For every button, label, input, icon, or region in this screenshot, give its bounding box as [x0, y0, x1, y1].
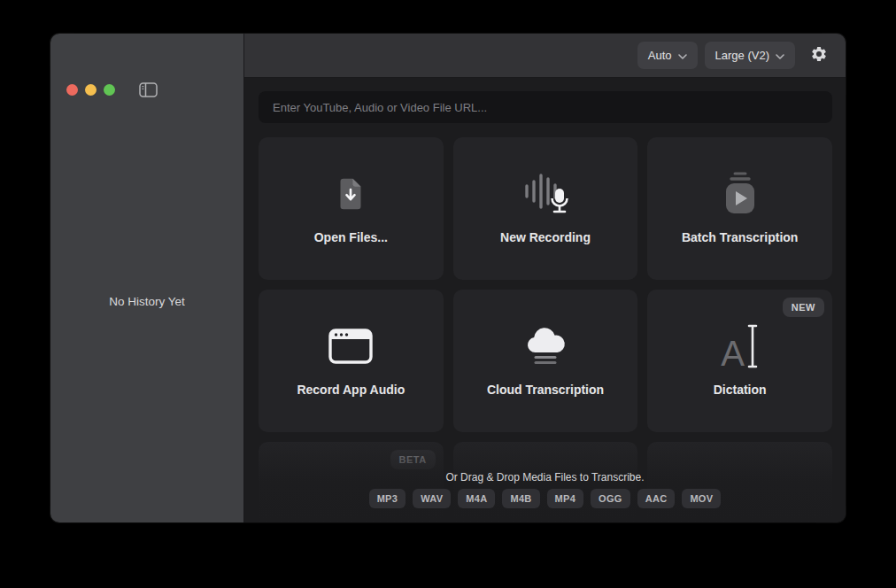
toolbar: Auto Large (V2) [244, 34, 846, 78]
app-window-icon [322, 321, 379, 371]
format-pill: MP3 [369, 489, 406, 508]
format-pill: WAV [413, 489, 451, 508]
toggle-sidebar-button[interactable] [136, 81, 159, 101]
text-cursor-icon: A [712, 321, 769, 371]
action-card-grid: Open Files... [259, 137, 832, 522]
traffic-lights [66, 84, 115, 96]
dictation-card[interactable]: NEW A Dictation [647, 290, 832, 432]
app-window: No History Yet Auto Large (V2) [50, 34, 846, 522]
card-label: Batch Transcription [682, 230, 798, 244]
open-files-card[interactable]: Open Files... [259, 137, 444, 280]
format-pill: OGG [591, 489, 630, 508]
chevron-down-icon [776, 49, 784, 62]
record-app-audio-card[interactable]: Record App Audio [259, 290, 444, 432]
waveform-microphone-icon [517, 169, 574, 219]
language-dropdown[interactable]: Auto [637, 42, 698, 69]
card-label: New Recording [500, 230, 591, 244]
beta-badge: BETA [390, 450, 436, 469]
close-window-button[interactable] [66, 84, 78, 96]
model-dropdown-value: Large (V2) [715, 49, 769, 62]
sidebar: No History Yet [50, 34, 244, 522]
sidebar-toggle-icon [139, 82, 158, 101]
new-recording-card[interactable]: New Recording [453, 137, 638, 280]
card-label: Dictation [714, 383, 767, 397]
zoom-window-button[interactable] [104, 84, 115, 96]
history-empty-state: No History Yet [50, 295, 243, 308]
document-download-icon [322, 169, 379, 219]
supported-formats: MP3 WAV M4A M4B MP4 OGG AAC MOV [244, 489, 846, 508]
cloud-icon [517, 321, 574, 371]
chevron-down-icon [678, 49, 687, 62]
url-input[interactable] [259, 91, 832, 123]
main-panel: Auto Large (V2) [244, 34, 846, 522]
language-dropdown-value: Auto [648, 49, 672, 62]
card-label: Cloud Transcription [487, 383, 604, 397]
format-pill: M4A [458, 489, 495, 508]
format-pill: MP4 [547, 489, 584, 508]
stack-play-icon [712, 169, 769, 219]
card-label: Open Files... [314, 230, 388, 244]
drag-drop-hint: Or Drag & Drop Media Files to Transcribe… [244, 471, 846, 484]
model-dropdown[interactable]: Large (V2) [705, 42, 795, 69]
dictation-letter: A [721, 336, 745, 371]
content-area: Open Files... [244, 78, 846, 522]
format-pill: MOV [682, 489, 721, 508]
gear-icon [810, 45, 828, 66]
minimize-window-button[interactable] [85, 84, 97, 96]
cloud-transcription-card[interactable]: Cloud Transcription [453, 290, 638, 432]
format-pill: AAC [637, 489, 676, 508]
batch-transcription-card[interactable]: Batch Transcription [647, 137, 832, 280]
new-badge: NEW [783, 298, 824, 317]
settings-button[interactable] [806, 43, 832, 69]
card-label: Record App Audio [297, 383, 405, 397]
format-pill: M4B [502, 489, 539, 508]
